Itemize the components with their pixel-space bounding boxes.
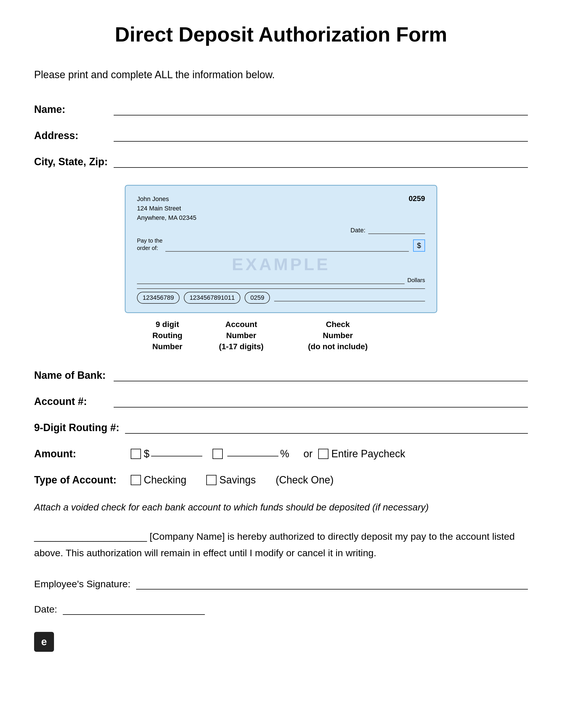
footer-icon-letter: e — [41, 636, 47, 648]
name-field-row: Name: — [34, 104, 528, 115]
check-pay-row: Pay to theorder of: $ — [137, 237, 425, 252]
address-input-line[interactable] — [114, 130, 528, 142]
routing-label: 9 digitRoutingNumber — [136, 319, 199, 352]
italic-note: Attach a voided check for each bank acco… — [34, 500, 528, 514]
check-street: 124 Main Street — [137, 204, 196, 213]
type-options: Checking Savings (Check One) — [131, 474, 333, 486]
city-state-zip-input-line[interactable] — [114, 156, 528, 168]
check-date-label: Date: — [350, 227, 365, 234]
check-labels: 9 digitRoutingNumber AccountNumber(1-17 … — [125, 319, 437, 352]
intro-text: Please print and complete ALL the inform… — [34, 69, 528, 81]
entire-paycheck-checkbox[interactable] — [318, 449, 328, 459]
check-dollar-sign: $ — [417, 241, 421, 250]
date-label: Date: — [34, 604, 57, 615]
check-date-line — [368, 227, 425, 234]
routing-label: 9-Digit Routing #: — [34, 422, 119, 434]
signature-line[interactable] — [136, 580, 528, 590]
check-date-row: Date: — [137, 227, 425, 234]
amount-dollar-checkbox[interactable] — [131, 449, 141, 459]
amount-percent-checkbox-item: % — [213, 448, 289, 460]
city-state-zip-label: City, State, Zip: — [34, 156, 108, 168]
checking-label: Checking — [144, 474, 186, 486]
routing-field-row: 9-Digit Routing #: — [34, 422, 528, 434]
address-label: Address: — [34, 130, 108, 142]
check-diagram-container: John Jones 124 Main Street Anywhere, MA … — [34, 185, 528, 352]
check-header: John Jones 124 Main Street Anywhere, MA … — [137, 194, 425, 222]
account-label: AccountNumber(1-17 digits) — [199, 319, 284, 352]
signature-label: Employee's Signature: — [34, 578, 130, 590]
check-city: Anywhere, MA 02345 — [137, 213, 196, 222]
check-example-watermark: EXAMPLE — [137, 255, 425, 274]
check-routing-oval: 123456789 — [137, 292, 180, 304]
bank-name-field-row: Name of Bank: — [34, 369, 528, 381]
or-text: or — [303, 448, 312, 460]
check-checknum-oval: 0259 — [245, 292, 270, 304]
savings-label: Savings — [219, 474, 256, 486]
account-label: Account #: — [34, 396, 108, 408]
address-field-row: Address: — [34, 130, 528, 142]
savings-checkbox[interactable] — [206, 475, 217, 485]
date-row: Date: — [34, 604, 528, 615]
account-field-row: Account #: — [34, 396, 528, 408]
check-pay-line — [165, 243, 408, 252]
bank-name-input-line[interactable] — [114, 370, 528, 381]
check-one-label: (Check One) — [276, 474, 333, 486]
check-dollars-line — [137, 277, 405, 284]
bank-name-label: Name of Bank: — [34, 369, 108, 381]
check-dollars-row: Dollars — [137, 277, 425, 284]
amount-percent-checkbox[interactable] — [213, 449, 223, 459]
amount-dollar-checkbox-item: $ — [131, 448, 204, 460]
type-of-account-row: Type of Account: Checking Savings (Check… — [34, 474, 528, 486]
entire-paycheck-label: Entire Paycheck — [331, 448, 405, 460]
check-person-name: John Jones — [137, 194, 196, 204]
check-bottom-numbers: 123456789 1234567891011 0259 — [137, 288, 425, 304]
city-state-zip-field-row: City, State, Zip: — [34, 156, 528, 168]
signature-row: Employee's Signature: — [34, 578, 528, 590]
name-label: Name: — [34, 104, 108, 115]
check-image: John Jones 124 Main Street Anywhere, MA … — [125, 185, 437, 313]
amount-dollar-sign: $ — [144, 448, 150, 460]
checking-checkbox-item: Checking — [131, 474, 186, 486]
check-account-oval: 1234567891011 — [184, 292, 241, 304]
savings-checkbox-item: Savings — [206, 474, 256, 486]
name-input-line[interactable] — [114, 104, 528, 115]
check-number: 0259 — [408, 194, 425, 222]
amount-percent-line — [227, 456, 279, 456]
check-number-label: CheckNumber(do not include) — [284, 319, 392, 352]
check-dollars-label: Dollars — [407, 277, 425, 284]
amount-percent-sign: % — [280, 448, 289, 460]
check-pay-label: Pay to theorder of: — [137, 237, 163, 252]
amount-label: Amount: — [34, 448, 131, 460]
page-title: Direct Deposit Authorization Form — [34, 23, 528, 46]
check-sig-line — [274, 294, 425, 301]
auth-text: _____________________ [Company Name] is … — [34, 528, 528, 561]
check-amount-box: $ — [413, 239, 425, 252]
entire-paycheck-checkbox-item: Entire Paycheck — [318, 448, 405, 460]
date-line[interactable] — [63, 605, 205, 615]
account-input-line[interactable] — [114, 396, 528, 408]
amount-row: Amount: $ % or Entire Paycheck — [34, 448, 528, 460]
amount-dollar-line — [151, 456, 202, 456]
routing-input-line[interactable] — [125, 422, 528, 434]
check-name-address: John Jones 124 Main Street Anywhere, MA … — [137, 194, 196, 222]
type-of-account-label: Type of Account: — [34, 474, 131, 486]
checking-checkbox[interactable] — [131, 475, 141, 485]
footer-icon: e — [34, 632, 54, 652]
